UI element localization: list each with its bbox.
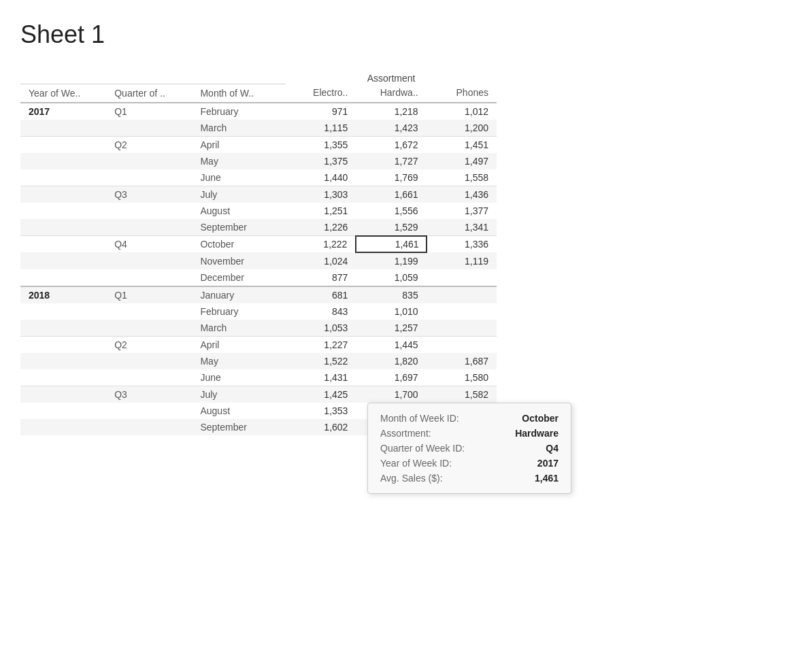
cell-quarter — [106, 320, 192, 337]
col-header-phones: Phones — [427, 84, 497, 103]
cell-month: March — [192, 320, 286, 337]
cell-month: November — [192, 252, 286, 269]
table-row: Q2April1,2271,445 — [20, 337, 497, 354]
cell-year: 2017 — [20, 103, 106, 120]
data-table: Assortment Year of We.. Quarter of .. Mo… — [20, 69, 497, 435]
cell-month: June — [192, 369, 286, 386]
col-header-quarter: Quarter of .. — [106, 84, 192, 103]
cell-quarter: Q3 — [106, 186, 192, 203]
cell-electro: 1,375 — [286, 153, 356, 169]
cell-phones — [427, 286, 497, 303]
cell-quarter — [106, 303, 192, 320]
cell-quarter — [106, 269, 192, 286]
cell-year — [20, 203, 106, 219]
header-month — [192, 69, 286, 84]
cell-month: February — [192, 103, 286, 120]
cell-month: July — [192, 386, 286, 403]
cell-quarter — [106, 169, 192, 186]
cell-year — [20, 236, 106, 253]
cell-quarter — [106, 203, 192, 219]
cell-year — [20, 153, 106, 169]
table-row: June1,4311,6971,580 — [20, 369, 497, 386]
cell-electro: 1,024 — [286, 252, 356, 269]
cell-electro: 971 — [286, 103, 356, 120]
cell-phones: 1,436 — [427, 186, 497, 203]
assortment-group-header: Assortment — [286, 69, 497, 84]
cell-electro: 1,522 — [286, 353, 356, 369]
cell-quarter — [106, 252, 192, 269]
cell-phones: 1,377 — [427, 203, 497, 219]
cell-hardwa: 1,445 — [356, 337, 426, 354]
table-row: March1,1151,4231,200 — [20, 120, 497, 137]
cell-electro: 1,227 — [286, 337, 356, 354]
cell-hardwa: 1,529 — [356, 219, 426, 236]
table-row: Q3July1,4251,7001,582 — [20, 386, 497, 403]
cell-electro: 681 — [286, 286, 356, 303]
cell-hardwa: 1,556 — [356, 203, 426, 219]
cell-hardwa: 1,700 — [356, 386, 426, 403]
cell-electro: 843 — [286, 303, 356, 320]
table-row: February8431,010 — [20, 303, 497, 320]
cell-phones — [427, 337, 497, 354]
tooltip-month-label: Month of Week ID: — [380, 413, 459, 424]
cell-hardwa: 1,727 — [356, 153, 426, 169]
cell-hardwa: 1,661 — [356, 186, 426, 203]
cell-hardwa: 1,010 — [356, 303, 426, 320]
cell-quarter: Q2 — [106, 337, 192, 354]
cell-month: August — [192, 403, 286, 419]
cell-electro: 877 — [286, 269, 356, 286]
cell-hardwa: 1,257 — [356, 320, 426, 337]
cell-month: July — [192, 186, 286, 203]
table-row: 2017Q1February9711,2181,012 — [20, 103, 497, 120]
cell-electro: 1,226 — [286, 219, 356, 236]
tooltip-sales-label: Avg. Sales ($): — [380, 473, 443, 484]
cell-year — [20, 186, 106, 203]
cell-year — [20, 169, 106, 186]
cell-electro: 1,431 — [286, 369, 356, 386]
header-quarter — [106, 69, 192, 84]
table-row: Q4October1,2221,4611,336 — [20, 236, 497, 253]
cell-year — [20, 369, 106, 386]
cell-phones: 1,336 — [427, 236, 497, 253]
cell-electro: 1,303 — [286, 186, 356, 203]
cell-quarter — [106, 419, 192, 435]
table-body: 2017Q1February9711,2181,012March1,1151,4… — [20, 103, 497, 436]
cell-quarter — [106, 153, 192, 169]
cell-quarter: Q2 — [106, 136, 192, 153]
cell-hardwa: 1,672 — [356, 136, 426, 153]
tooltip-month-row: Month of Week ID: October — [380, 413, 559, 424]
cell-hardwa: 1,218 — [356, 103, 426, 120]
cell-phones: 1,582 — [427, 386, 497, 403]
cell-quarter — [106, 403, 192, 419]
cell-year — [20, 303, 106, 320]
cell-year — [20, 403, 106, 419]
cell-quarter — [106, 219, 192, 236]
cell-month: April — [192, 337, 286, 354]
table-container: Assortment Year of We.. Quarter of .. Mo… — [14, 69, 786, 435]
col-header-year: Year of We.. — [20, 84, 106, 103]
cell-phones — [427, 303, 497, 320]
cell-hardwa: 1,820 — [356, 353, 426, 369]
col-header-electro: Electro.. — [286, 84, 356, 103]
cell-year — [20, 219, 106, 236]
cell-month: May — [192, 353, 286, 369]
cell-month: October — [192, 236, 286, 253]
table-row: 2018Q1January681835 — [20, 286, 497, 303]
table-row: September1,2261,5291,341 — [20, 219, 497, 236]
tooltip: Month of Week ID: October Assortment: Ha… — [367, 403, 571, 494]
cell-hardwa: 1,461 — [356, 236, 426, 253]
table-row: November1,0241,1991,119 — [20, 252, 497, 269]
tooltip-year-value: 2017 — [537, 458, 559, 469]
cell-quarter: Q1 — [106, 103, 192, 120]
cell-phones: 1,687 — [427, 353, 497, 369]
cell-hardwa: 1,199 — [356, 252, 426, 269]
table-row: March1,0531,257 — [20, 320, 497, 337]
tooltip-assortment-label: Assortment: — [380, 428, 431, 439]
cell-quarter: Q1 — [106, 286, 192, 303]
cell-electro: 1,602 — [286, 419, 356, 435]
cell-phones: 1,200 — [427, 120, 497, 137]
tooltip-quarter-label: Quarter of Week ID: — [380, 443, 465, 454]
cell-quarter — [106, 369, 192, 386]
cell-phones: 1,341 — [427, 219, 497, 236]
cell-quarter: Q4 — [106, 236, 192, 253]
